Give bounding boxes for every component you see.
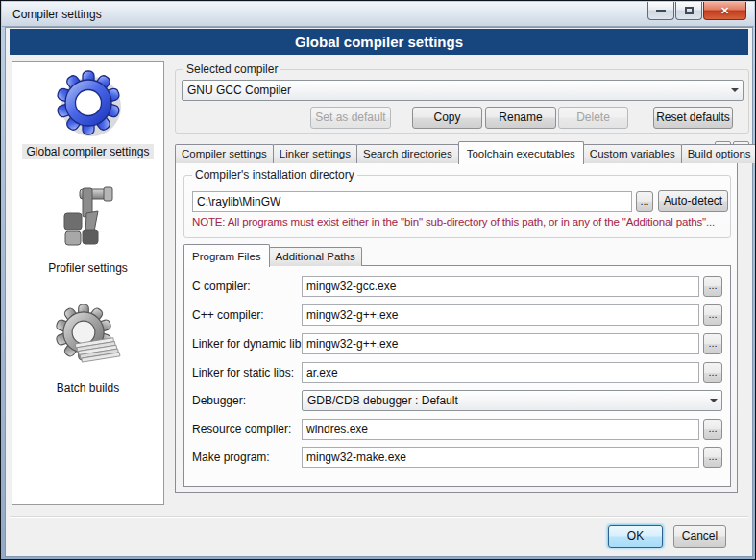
delete-button[interactable]: Delete — [558, 107, 628, 129]
compiler-select-value: GNU GCC Compiler — [183, 84, 726, 97]
dynamic-linker-input[interactable] — [302, 333, 699, 354]
tab-toolchain-executables[interactable]: Toolchain executables — [458, 141, 584, 164]
field-label: Linker for static libs: — [192, 362, 294, 383]
close-button[interactable]: ✕ — [703, 2, 746, 20]
field-label: C compiler: — [192, 276, 251, 297]
field-label: Resource compiler: — [192, 419, 291, 440]
field-label: Linker for dynamic libs: — [192, 333, 310, 354]
gear-stack-icon — [52, 303, 125, 376]
ok-button[interactable]: OK — [608, 525, 663, 548]
page-title: Global compiler settings — [10, 29, 748, 55]
sidebar-item-global-compiler-settings[interactable]: Global compiler settings — [22, 66, 153, 159]
cpp-compiler-input[interactable] — [302, 304, 699, 326]
group-label: Selected compiler — [183, 62, 280, 76]
browse-c-compiler-button[interactable]: ... — [703, 276, 722, 297]
sidebar-item-batch-builds[interactable]: Batch builds — [52, 303, 125, 396]
installation-directory-input[interactable] — [192, 191, 632, 212]
settings-category-list: Global compiler settings — [12, 61, 164, 505]
program-files-page: C compiler: ... C++ compiler: ... Linker… — [183, 265, 731, 487]
minimize-icon — [656, 10, 666, 12]
installation-directory-group: Compiler's installation directory ... Au… — [183, 175, 731, 238]
field-label: C++ compiler: — [192, 304, 264, 326]
sidebar-item-label: Profiler settings — [44, 260, 132, 276]
toolchain-executables-page: Compiler's installation directory ... Au… — [175, 162, 738, 493]
dialog-body: Global compiler settings — [5, 27, 753, 557]
auto-detect-button[interactable]: Auto-detect — [658, 190, 728, 212]
static-linker-input[interactable] — [302, 362, 699, 383]
reset-defaults-button[interactable]: Reset defaults — [653, 107, 733, 129]
copy-button[interactable]: Copy — [412, 107, 482, 129]
profiler-caliper-icon — [51, 183, 124, 256]
browse-static-linker-button[interactable]: ... — [703, 362, 722, 383]
browse-cpp-compiler-button[interactable]: ... — [703, 304, 722, 326]
group-label: Compiler's installation directory — [192, 168, 357, 182]
tab-program-files[interactable]: Program Files — [183, 244, 270, 267]
make-program-input[interactable] — [302, 447, 699, 468]
selected-compiler-group: Selected compiler GNU GCC Compiler Set a… — [175, 69, 749, 134]
browse-make-program-button[interactable]: ... — [703, 447, 722, 468]
chevron-down-icon — [705, 399, 721, 402]
cancel-button[interactable]: Cancel — [673, 525, 726, 548]
footer-divider — [10, 516, 748, 518]
window-controls: ✕ — [647, 2, 746, 20]
compiler-settings-window: Compiler settings ✕ Global compiler sett… — [0, 0, 756, 560]
compiler-select[interactable]: GNU GCC Compiler — [182, 80, 744, 101]
gear-blue-icon — [52, 66, 125, 139]
sidebar-item-label: Batch builds — [53, 380, 123, 396]
browse-resource-compiler-button[interactable]: ... — [703, 419, 722, 440]
tab-build-options[interactable]: Build options — [681, 144, 756, 163]
browse-directory-button[interactable]: ... — [636, 191, 653, 212]
tab-custom-variables[interactable]: Custom variables — [583, 144, 682, 163]
note-text: NOTE: All programs must exist either in … — [192, 216, 715, 228]
maximize-button[interactable] — [675, 2, 702, 20]
tab-compiler-settings[interactable]: Compiler settings — [175, 144, 274, 163]
tab-search-directories[interactable]: Search directories — [356, 144, 459, 163]
debugger-select[interactable]: GDB/CDB debugger : Default — [302, 390, 722, 411]
debugger-select-value: GDB/CDB debugger : Default — [303, 394, 705, 407]
compiler-tabs: Compiler settings Linker settings Search… — [175, 138, 756, 163]
sidebar-item-label: Global compiler settings — [22, 144, 153, 159]
field-label: Make program: — [192, 447, 270, 468]
window-title: Compiler settings — [12, 8, 102, 21]
c-compiler-input[interactable] — [302, 276, 699, 297]
minimize-button[interactable] — [647, 2, 674, 20]
field-label: Debugger: — [192, 390, 246, 411]
rename-button[interactable]: Rename — [485, 107, 556, 129]
browse-dynamic-linker-button[interactable]: ... — [703, 333, 722, 354]
tab-linker-settings[interactable]: Linker settings — [273, 144, 357, 163]
chevron-down-icon — [726, 88, 743, 92]
resource-compiler-input[interactable] — [302, 419, 699, 440]
sidebar-item-profiler-settings[interactable]: Profiler settings — [44, 183, 132, 276]
maximize-icon — [685, 7, 694, 14]
tab-additional-paths[interactable]: Additional Paths — [269, 247, 362, 266]
close-icon: ✕ — [720, 5, 729, 17]
set-as-default-button[interactable]: Set as default — [310, 107, 391, 129]
program-tabs: Program Files Additional Paths — [183, 244, 361, 266]
titlebar[interactable]: Compiler settings ✕ — [2, 2, 754, 27]
